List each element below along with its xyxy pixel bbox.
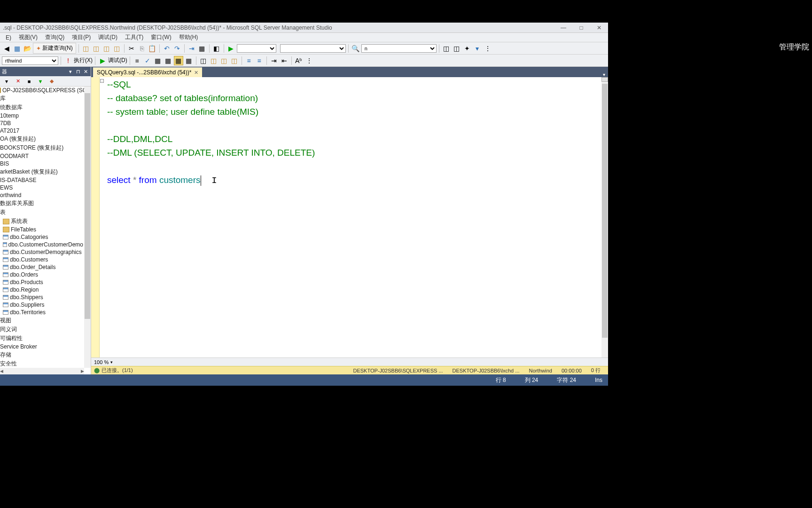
sidebar-hscrollbar[interactable]: ◀▶ (0, 368, 84, 374)
specify-icon[interactable]: Aᵇ (294, 56, 304, 65)
nav-icon[interactable]: ⇥ (187, 44, 196, 53)
zoom-dropdown-icon[interactable]: ▾ (110, 360, 113, 365)
oe-icon5[interactable]: ◆ (47, 77, 56, 86)
editor-vscrollbar[interactable] (601, 77, 608, 357)
t1-icon[interactable]: ◫ (442, 44, 451, 53)
db-icon[interactable]: ◫ (81, 44, 91, 53)
combo-2[interactable] (280, 44, 346, 53)
tree-table[interactable]: dbo.Products (0, 278, 84, 286)
tree-table[interactable]: dbo.CustomerDemographics (0, 248, 84, 256)
tree-table[interactable]: dbo.Orders (0, 271, 84, 278)
tree-item[interactable]: OA (恢复挂起) (0, 135, 84, 143)
tree-item[interactable]: BOOKSTORE (恢复挂起) (0, 143, 84, 152)
tree-server-node[interactable]: OP-J02SBB6\SQLEXPRESS (SQL Serv (0, 87, 84, 94)
prop-icon[interactable]: ◧ (212, 44, 221, 53)
tree-table[interactable]: dbo.CustomerCustomerDemo (0, 241, 84, 248)
tree-item[interactable]: BIS (0, 160, 84, 167)
undo-icon[interactable]: ↶ (162, 44, 172, 53)
new-query-button[interactable]: ✦新建查询(N) (33, 43, 76, 54)
t5-icon[interactable]: ⋮ (483, 44, 492, 53)
t3-icon[interactable]: ✦ (462, 44, 472, 53)
tree-item[interactable]: 表 (0, 208, 84, 217)
tree-table[interactable]: dbo.Customers (0, 256, 84, 263)
debug-button[interactable]: 调试(D) (108, 56, 127, 64)
menu-window[interactable]: 窗口(W) (147, 32, 175, 42)
outdent-icon[interactable]: ⇤ (280, 56, 289, 65)
tree-item[interactable]: 统数据库 (0, 103, 84, 112)
tab-overflow-icon[interactable]: ▾ (600, 72, 608, 77)
t4-icon[interactable]: ▾ (473, 44, 482, 53)
plan2-icon[interactable]: ▦ (164, 56, 173, 65)
db2-icon[interactable]: ◫ (92, 44, 101, 53)
dropdown-icon[interactable]: ▾ (67, 69, 74, 75)
tree-item[interactable]: OODMART (0, 152, 84, 160)
oe-icon3[interactable]: ■ (24, 77, 34, 86)
tb2-b-icon[interactable]: ◫ (209, 56, 219, 65)
tree-item[interactable]: EWS (0, 184, 84, 191)
tree-item[interactable]: Service Broker (0, 343, 84, 350)
paste-icon[interactable]: 📋 (148, 44, 157, 53)
tree-item[interactable]: 10temp (0, 112, 84, 119)
tb2-c-icon[interactable]: ◫ (219, 56, 229, 65)
sidebar-vscrollbar[interactable] (84, 87, 91, 368)
db3-icon[interactable]: ◫ (102, 44, 111, 53)
minimize-button[interactable]: — (556, 24, 570, 31)
tree-table[interactable]: dbo.Territories (0, 309, 84, 316)
editor-vscroll-thumb[interactable] (602, 84, 608, 338)
stop-icon[interactable]: ■ (133, 56, 142, 65)
tree-item[interactable]: 存储 (0, 350, 84, 359)
tree-table[interactable]: dbo.Order_Details (0, 263, 84, 271)
parse-icon[interactable]: ✓ (143, 56, 152, 65)
object-explorer-tree[interactable]: OP-J02SBB6\SQLEXPRESS (SQL Serv 库 统数据库 1… (0, 87, 91, 374)
close-button[interactable]: ✕ (592, 24, 606, 31)
menu-tools[interactable]: 工具(T) (121, 32, 147, 42)
tree-table[interactable]: dbo.Region (0, 286, 84, 294)
sidebar-vscroll-thumb[interactable] (85, 93, 90, 319)
plan-icon[interactable]: ▦ (153, 56, 163, 65)
open-icon[interactable]: 📂 (23, 44, 32, 53)
debug-play-icon[interactable]: ▶ (98, 56, 107, 65)
db4-icon[interactable]: ◫ (112, 44, 122, 53)
menu-debug[interactable]: 调试(D) (94, 32, 121, 42)
combo-n[interactable]: n (361, 44, 437, 53)
menu-file[interactable]: E) (2, 33, 15, 42)
menu-view[interactable]: 视图(V) (15, 32, 41, 42)
t2-icon[interactable]: ◫ (452, 44, 461, 53)
connect-icon[interactable]: ▾ (2, 77, 11, 86)
tb2-d-icon[interactable]: ◫ (230, 56, 239, 65)
cut-icon[interactable]: ✂ (127, 44, 136, 53)
new-file-icon[interactable]: ▦ (12, 44, 22, 53)
indent-icon[interactable]: ⇥ (269, 56, 279, 65)
oe-icon4[interactable]: ▼ (36, 77, 45, 86)
tree-table[interactable]: dbo.Shippers (0, 294, 84, 301)
uncomment-icon[interactable]: ≡ (255, 56, 264, 65)
tb2-end-icon[interactable]: ⋮ (304, 56, 314, 65)
tree-item[interactable]: 安全性 (0, 359, 84, 368)
redo-icon[interactable]: ↷ (172, 44, 182, 53)
comment-icon[interactable]: ≡ (244, 56, 254, 65)
tree-table[interactable]: dbo.Suppliers (0, 301, 84, 309)
tree-item[interactable]: orthwind (0, 191, 84, 199)
execute-icon[interactable]: ! (63, 56, 73, 65)
collapse-icon[interactable]: - (100, 79, 104, 83)
tree-item[interactable]: 可编程性 (0, 334, 84, 343)
tree-system-tables[interactable]: 系统表 (0, 217, 84, 226)
tree-filetables[interactable]: FileTables (0, 226, 84, 233)
tree-item[interactable]: IS-DATABASE (0, 176, 84, 184)
tree-item[interactable]: 同义词 (0, 325, 84, 334)
file-tab[interactable]: SQLQuery3.sql -...2SBB6\lxchd (54))* ✕ (93, 67, 202, 77)
maximize-button[interactable]: □ (574, 24, 588, 31)
results-grid-icon[interactable]: ▦ (184, 56, 194, 65)
copy-icon[interactable]: ⎘ (137, 44, 147, 53)
database-combo[interactable]: rthwind (2, 56, 58, 65)
menu-query[interactable]: 查询(Q) (41, 32, 68, 42)
tree-item[interactable]: 7DB (0, 119, 84, 127)
editor-text-area[interactable]: --SQL -- database? set of tables(informa… (104, 77, 601, 357)
oe-icon2[interactable]: ✕ (13, 77, 23, 86)
tree-item[interactable]: 库 (0, 94, 84, 103)
sql-editor[interactable]: - --SQL -- database? set of tables(infor… (91, 77, 608, 357)
pin-icon[interactable]: ⊓ (75, 69, 81, 75)
results-text-icon[interactable]: ▦ (174, 56, 183, 65)
menu-project[interactable]: 项目(P) (68, 32, 94, 42)
tree-item[interactable]: 视图 (0, 316, 84, 325)
